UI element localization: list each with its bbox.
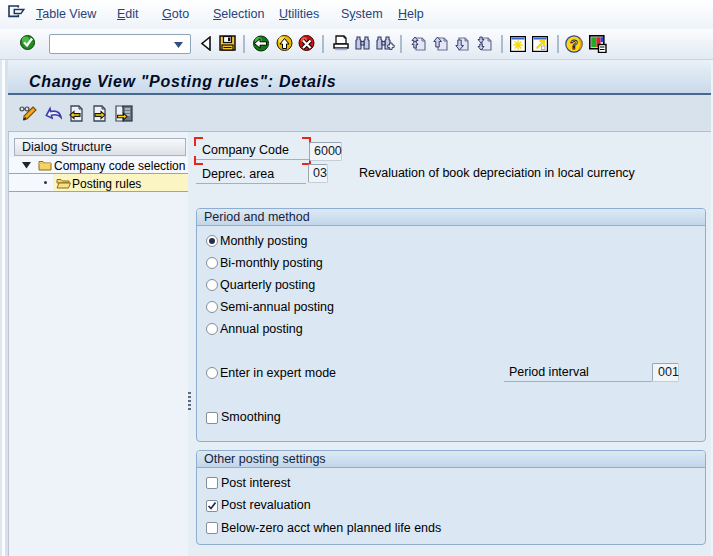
svg-text:?: ? (570, 37, 578, 52)
